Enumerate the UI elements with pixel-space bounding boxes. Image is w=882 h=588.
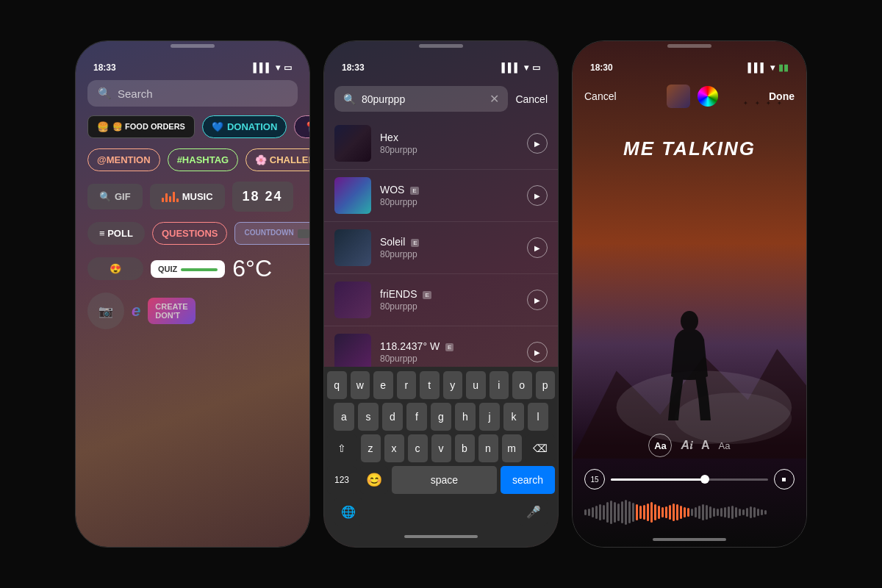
sticker-mention[interactable]: @MENTION — [87, 148, 160, 171]
music-item-wos[interactable]: WOS E 80purppp ▶ — [324, 170, 558, 222]
music-item-soleil[interactable]: Soleil E 80purppp ▶ — [324, 222, 558, 274]
text-style-aa-thin[interactable]: Aa — [719, 440, 731, 451]
waveform[interactable] — [573, 495, 806, 532]
key-z[interactable]: z — [361, 434, 381, 462]
sticker-music[interactable]: MUSIC — [150, 184, 225, 209]
text-style-ai[interactable]: A𝑖 — [681, 439, 692, 452]
sticker-questions[interactable]: QUESTIONS — [152, 222, 228, 245]
sticker-time[interactable]: 18 24 — [232, 182, 293, 212]
key-m[interactable]: m — [502, 434, 522, 462]
play-button-hex[interactable]: ▶ — [527, 133, 548, 154]
person-silhouette — [660, 310, 719, 420]
key-h[interactable]: h — [455, 403, 476, 431]
music-search-input[interactable]: 🔍 80purppp ✕ — [334, 86, 508, 112]
sticker-row-1: 🍔🍔 FOOD ORDERS 💙DONATION 📍LOCATION — [87, 115, 298, 138]
sticker-food-orders[interactable]: 🍔🍔 FOOD ORDERS — [87, 115, 195, 138]
sticker-quiz[interactable]: QUIZ — [151, 260, 225, 278]
key-d[interactable]: d — [382, 403, 403, 431]
key-backspace[interactable]: ⌫ — [526, 434, 556, 462]
key-b[interactable]: b — [455, 434, 475, 462]
key-r[interactable]: r — [397, 371, 417, 399]
song-title-area: ME TALKING — [573, 115, 806, 175]
key-o[interactable]: o — [512, 371, 532, 399]
sticker-camera[interactable]: 📷 — [87, 293, 124, 329]
text-style-bold[interactable]: A — [701, 439, 710, 452]
sticker-row-3: 🔍 GIF MUSIC 18 24 — [87, 182, 298, 212]
signal-icon-2: ▌▌▌ — [501, 62, 520, 73]
search-clear-button[interactable]: ✕ — [490, 92, 499, 106]
key-q[interactable]: q — [327, 371, 347, 399]
key-a[interactable]: a — [334, 403, 354, 431]
sticker-temperature[interactable]: 6°C — [232, 255, 272, 282]
color-wheel-icon[interactable] — [698, 86, 718, 107]
search-placeholder-1: Search — [118, 87, 153, 100]
key-e[interactable]: e — [373, 371, 393, 399]
key-microphone[interactable]: 🎤 — [520, 498, 548, 526]
key-space[interactable]: space — [392, 466, 497, 494]
key-n[interactable]: n — [478, 434, 498, 462]
key-k[interactable]: k — [503, 403, 524, 431]
music-item-friends[interactable]: friENDS E 80purppp ▶ — [324, 274, 558, 326]
play-button-118[interactable]: ▶ — [527, 342, 548, 362]
key-f[interactable]: f — [406, 403, 427, 431]
music-info-soleil: Soleil E 80purppp — [380, 236, 518, 259]
sticker-row-6: 📷 e CREATEDON'T — [87, 293, 298, 329]
key-search[interactable]: search — [501, 466, 555, 494]
thumb-hex — [334, 125, 371, 162]
key-j[interactable]: j — [479, 403, 500, 431]
play-button-soleil[interactable]: ▶ — [527, 237, 548, 258]
wifi-icon-3: ▾ — [770, 62, 775, 73]
birds-decoration: ✦ ✦ ✦ ✦ — [743, 100, 784, 107]
play-button-friends[interactable]: ▶ — [527, 290, 548, 310]
sticker-gif[interactable]: 🔍 GIF — [87, 184, 143, 209]
sticker-countdown[interactable]: COUNTDOWN — [234, 222, 309, 245]
key-emoji[interactable]: 😊 — [360, 466, 388, 494]
sticker-poll[interactable]: ≡ POLL — [87, 222, 145, 245]
text-style-aa-shadow[interactable]: Aa — [648, 434, 672, 457]
key-u[interactable]: u — [466, 371, 486, 399]
cancel-button-3[interactable]: Cancel — [584, 90, 617, 102]
album-thumbnail[interactable] — [667, 85, 690, 108]
music-item-hex[interactable]: Hex 80purppp ▶ — [324, 118, 558, 170]
key-g[interactable]: g — [431, 403, 451, 431]
notch-2 — [419, 44, 463, 48]
sticker-location[interactable]: 📍LOCATION — [294, 115, 309, 138]
key-i[interactable]: i — [490, 371, 509, 399]
sticker-challenge[interactable]: 🌸 CHALLENGE — [245, 148, 309, 171]
cancel-button-2[interactable]: Cancel — [515, 93, 548, 105]
sticker-create-dont[interactable]: CREATEDON'T — [148, 298, 195, 324]
battery-icon-2: ▭ — [532, 62, 540, 73]
play-button-wos[interactable]: ▶ — [527, 185, 548, 206]
key-v[interactable]: v — [431, 434, 451, 462]
search-bar-1[interactable]: 🔍 Search — [87, 80, 298, 107]
key-s[interactable]: s — [358, 403, 379, 431]
key-l[interactable]: l — [528, 403, 548, 431]
key-y[interactable]: y — [443, 371, 463, 399]
home-indicator-3 — [573, 532, 806, 547]
sticker-donation[interactable]: 💙DONATION — [202, 115, 287, 138]
key-123[interactable]: 123 — [327, 466, 356, 494]
key-w[interactable]: w — [351, 371, 370, 399]
music-info-wos: WOS E 80purppp — [380, 184, 518, 207]
phone3-content: 18:30 ▌▌▌ ▾ ▮▮ Cancel Done — [573, 41, 806, 547]
time-1: 18:33 — [93, 62, 116, 73]
thumb-118 — [334, 334, 371, 367]
sticker-branded[interactable]: e — [132, 301, 140, 320]
key-x[interactable]: x — [384, 434, 404, 462]
sticker-hashtag[interactable]: #HASHTAG — [168, 148, 239, 171]
key-t[interactable]: t — [420, 371, 440, 399]
stop-button[interactable]: ⏹ — [774, 469, 795, 490]
music-item-118[interactable]: 118.2437° W E 80purppp ▶ — [324, 326, 558, 367]
key-shift[interactable]: ⇧ — [327, 434, 357, 462]
music-title-118: 118.2437° W E — [380, 340, 518, 352]
sticker-emoji-slider[interactable]: 😍 — [87, 257, 143, 280]
phone-2: 18:33 ▌▌▌ ▾ ▭ 🔍 80purppp ✕ Cancel — [323, 40, 559, 548]
sticker-row-2: @MENTION #HASHTAG 🌸 CHALLENGE — [87, 148, 298, 171]
search-icon-2: 🔍 — [343, 93, 356, 105]
progress-track[interactable] — [611, 478, 768, 481]
key-c[interactable]: c — [408, 434, 428, 462]
status-bar-3: 18:30 ▌▌▌ ▾ ▮▮ — [573, 54, 806, 77]
music-info-hex: Hex 80purppp — [380, 132, 518, 155]
key-p[interactable]: p — [536, 371, 556, 399]
key-globe[interactable]: 🌐 — [334, 498, 362, 526]
